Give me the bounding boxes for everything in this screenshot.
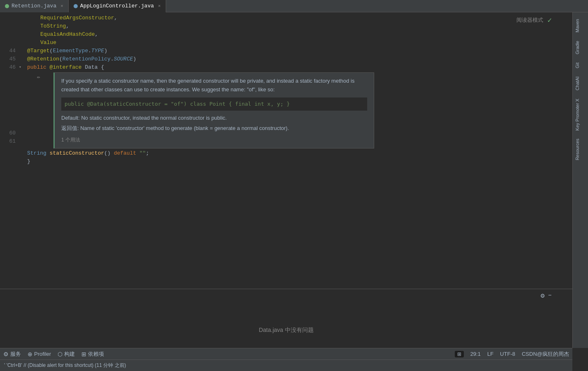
code-line-2: ToString, (21, 22, 572, 30)
code-token-default: default (114, 150, 139, 156)
editor-area: 阅读器模式 ✓ 44 45 46 (0, 12, 572, 289)
ln-doc-2 (3, 80, 16, 88)
ln-empty-1 (3, 14, 16, 22)
ln-45: 45 (3, 55, 16, 63)
ln-44: 44 (3, 47, 16, 55)
tab-close-retention[interactable]: × (60, 4, 63, 9)
tab-bar: Retention.java × AppLoginController.java… (0, 0, 588, 12)
code-token-empty-string: "" (139, 150, 146, 156)
code-token-brace: } (27, 158, 30, 165)
tab-close-appLoginController[interactable]: × (158, 4, 161, 9)
service-icon: ⚙ (3, 351, 9, 357)
main-content: 阅读器模式 ✓ 44 45 46 (0, 12, 572, 371)
doc-paragraph-1: If you specify a static constructor name… (61, 77, 367, 94)
panel-gear-icon[interactable]: ⚙ (541, 292, 545, 300)
vtab-chatai[interactable]: ChatAI (573, 73, 588, 94)
code-token-data: Data (85, 64, 97, 70)
doc-paragraph-2: Default: No static constructor, instead … (61, 114, 367, 123)
copilot-icon: ⊞ (455, 351, 464, 357)
profiler-icon: ⊕ (28, 351, 32, 357)
code-token-public: public (27, 64, 50, 70)
ln-doc-5 (3, 113, 16, 121)
code-token-string: String (27, 150, 50, 156)
status-item-build[interactable]: ⬡ 构建 (58, 350, 75, 358)
code-token-type: TYPE (91, 48, 104, 54)
status-bar: ⚙ 服务 ⊕ Profiler ⬡ 构建 ⊞ 依赖项 ⊞ 29:1 LF UTF… (0, 348, 572, 359)
ln-doc-3 (3, 88, 16, 96)
tab-dot-appLoginController (74, 4, 78, 8)
code-line-3: EqualsAndHashCode, (21, 30, 572, 39)
ln-46: 46 (3, 63, 16, 72)
tab-label-retention: Retention.java (12, 3, 56, 9)
doc-return-value: 返回值: Name of static 'constructor' method… (61, 124, 367, 133)
status-item-deps[interactable]: ⊞ 依赖项 (81, 350, 104, 358)
code-line-46: ▾ public @interface Data { (21, 63, 572, 72)
status-info[interactable]: CSDN@疯狂的周杰 (522, 350, 569, 358)
vertical-tab-strip: Maven Gradle Git ChatAI Key Promoter X R… (572, 12, 588, 348)
fold-icon-46[interactable]: ▾ (19, 63, 21, 72)
code-token-elementtype: ElementType (53, 48, 88, 54)
code-line-60: String staticConstructor() default ""; (21, 149, 572, 158)
encoding-label: UTF-8 (500, 351, 515, 357)
code-token-interface: @interface (50, 64, 82, 70)
vtab-maven[interactable]: Maven (573, 16, 588, 36)
status-line-ending[interactable]: LF (487, 351, 493, 357)
notification-bar: ' 'Ctrl+B' // (Disable alert for this sh… (0, 359, 572, 371)
doc-popup-wrapper: ✏ If you specify a static constructor na… (21, 72, 572, 148)
info-label: CSDN@疯狂的周杰 (522, 350, 569, 358)
problems-panel-header: ⚙ – (541, 292, 552, 300)
code-line-1: RequiredArgsConstructor, (21, 14, 572, 22)
status-encoding[interactable]: UTF-8 (500, 351, 515, 357)
status-label-profiler: Profiler (34, 351, 51, 357)
vtab-key-promoter[interactable]: Key Promoter X (573, 95, 588, 134)
ln-doc-1 (3, 72, 16, 80)
doc-usage-count: 1 个用法 (61, 136, 367, 144)
vtab-git[interactable]: Git (573, 59, 588, 72)
code-text-area[interactable]: RequiredArgsConstructor, ToString, Equal… (21, 14, 572, 166)
status-label-service: 服务 (10, 350, 21, 358)
ln-doc-usage (3, 121, 16, 129)
ln-empty-2 (3, 22, 16, 30)
code-line-45: @Retention(RetentionPolicy.SOURCE) (21, 55, 572, 63)
vtab-gradle[interactable]: Gradle (573, 37, 588, 58)
ln-empty-3 (3, 30, 16, 39)
doc-code-example: public @Data(staticConstructor = "of") c… (61, 97, 367, 111)
doc-popup: If you specify a static constructor name… (53, 72, 374, 148)
deps-icon: ⊞ (81, 351, 86, 357)
code-token-target: @Target (27, 48, 50, 54)
code-token: Value (40, 39, 56, 46)
code-token: EqualsAndHashCode (40, 31, 95, 37)
tab-retention[interactable]: Retention.java × (0, 0, 69, 12)
code-line-4: Value (21, 39, 572, 47)
code-line-44: @Target(ElementType.TYPE) (21, 47, 572, 55)
ln-doc-code (3, 96, 16, 104)
status-label-deps: 依赖项 (88, 350, 104, 358)
code-token-retentionpolicy: RetentionPolicy (63, 56, 111, 62)
ln-doc-4 (3, 104, 16, 113)
ln-empty-4 (3, 39, 16, 47)
line-ending-label: LF (487, 351, 493, 357)
notification-text: ' 'Ctrl+B' // (Disable alert for this sh… (4, 362, 126, 369)
edit-pencil-icon[interactable]: ✏ (37, 73, 40, 81)
status-label-build: 构建 (64, 350, 75, 358)
status-item-profiler[interactable]: ⊕ Profiler (28, 351, 51, 357)
code-token-source: SOURCE (114, 56, 133, 62)
code-container: 44 45 46 60 61 RequiredAr (0, 12, 572, 166)
tab-dot-retention (5, 4, 9, 8)
ln-61: 61 (3, 137, 16, 146)
position-label: 29:1 (470, 351, 481, 357)
panel-minimize-icon[interactable]: – (548, 292, 552, 300)
build-icon: ⬡ (58, 351, 63, 357)
status-position[interactable]: 29:1 (470, 351, 481, 357)
no-problems-text: Data.java 中没有问题 (259, 327, 313, 334)
code-line-61: } (21, 158, 572, 166)
code-token: ToString (40, 23, 66, 29)
code-token: RequiredArgsConstructor (40, 15, 114, 21)
tab-appLoginController[interactable]: AppLoginController.java × (69, 0, 166, 12)
code-token-retention: @Retention (27, 56, 59, 62)
status-item-service[interactable]: ⚙ 服务 (3, 350, 21, 358)
vtab-resources[interactable]: Resources (573, 135, 588, 164)
tab-label-appLoginController: AppLoginController.java (80, 3, 154, 9)
ln-60: 60 (3, 129, 16, 137)
status-copilot[interactable]: ⊞ (455, 351, 464, 357)
